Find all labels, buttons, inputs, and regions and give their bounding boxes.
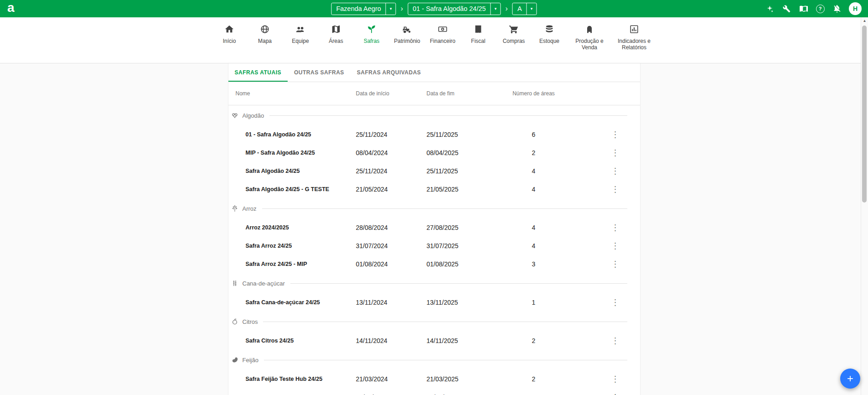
crop-group-name: Feijão [243, 357, 258, 364]
column-header-data-inicio: Data de início [356, 90, 427, 97]
tab-safras-arquivadas[interactable]: SAFRAS ARQUIVADAS [351, 63, 428, 82]
chevron-down-icon[interactable]: ▾ [491, 3, 501, 15]
harvest-areas-count: 4 [502, 186, 566, 193]
nav-item-mapa[interactable]: Mapa [248, 17, 282, 44]
harvest-areas-count: 4 [502, 224, 566, 231]
group-divider [263, 322, 627, 322]
row-menu-button[interactable]: ⋮ [608, 223, 623, 233]
bean-icon [231, 356, 238, 364]
nav-item-safras[interactable]: Safras [355, 17, 388, 44]
nav-item-compras[interactable]: Compras [497, 17, 531, 44]
nav-item-indicadores-relatorios[interactable]: Indicadores e Relatórios [613, 17, 656, 51]
harvest-end-date: 01/08/2025 [427, 260, 502, 268]
harvest-name[interactable]: Safra Arroz 24/25 [236, 243, 356, 249]
harvest-table-row[interactable]: Safra Algodão 24/2525/11/202425/11/20254… [228, 162, 640, 180]
harvest-name[interactable]: 01 - Safra Algodão 24/25 [236, 131, 356, 138]
harvest-name[interactable]: Safra Cana-de-açúcar 24/25 [236, 299, 356, 306]
nav-label: Safras [364, 38, 380, 44]
notifications-off-icon[interactable] [832, 4, 842, 14]
harvest-name[interactable]: Safra Arroz 24/25 - MIP [236, 261, 356, 267]
harvest-areas-count: 1 [502, 299, 566, 306]
map-icon [331, 24, 341, 34]
tab-outras-safras[interactable]: OUTRAS SAFRAS [288, 63, 351, 82]
nav-item-fiscal[interactable]: Fiscal [461, 17, 495, 44]
harvest-table-row[interactable]: Safra Cana-de-açúcar 24/2513/11/202413/1… [228, 293, 640, 312]
harvest-start-date: 13/11/2024 [356, 299, 427, 306]
scrollbar-up-arrow[interactable]: ▲ [861, 17, 868, 24]
stack-icon [544, 24, 554, 34]
nav-item-equipe[interactable]: Equipe [284, 17, 317, 44]
group-divider [262, 208, 627, 209]
harvest-areas-count: 2 [502, 337, 566, 344]
row-menu-button[interactable]: ⋮ [608, 392, 623, 395]
nav-label: Áreas [329, 38, 343, 44]
cotton-icon [231, 112, 238, 119]
harvest-start-date: 14/11/2024 [356, 337, 427, 344]
harvest-table-row[interactable]: Safra teste item unico12/12/202412/12/20… [228, 388, 640, 395]
tab-safras-atuais[interactable]: SAFRAS ATUAIS [228, 63, 288, 82]
harvest-table-row[interactable]: Safra Arroz 24/25 - MIP01/08/202401/08/2… [228, 255, 640, 273]
news-book-icon[interactable] [798, 4, 808, 14]
nav-label: Estoque [539, 38, 559, 44]
home-icon [224, 24, 234, 34]
row-menu-button[interactable]: ⋮ [608, 148, 623, 158]
harvest-table-row[interactable]: 01 - Safra Algodão 24/2525/11/202425/11/… [228, 125, 640, 144]
harvest-areas-count: 2 [502, 375, 566, 383]
nav-item-estoque[interactable]: Estoque [532, 17, 566, 44]
page-scrollbar[interactable]: ▲ [861, 17, 868, 395]
row-menu-button[interactable]: ⋮ [608, 241, 623, 251]
harvest-table-row[interactable]: Safra Feijão Teste Hub 24/2521/03/202421… [228, 370, 640, 388]
farm-selector[interactable]: Fazenda Aegro ▾ [331, 3, 396, 15]
harvest-areas-count: 2 [502, 149, 566, 156]
harvest-table-row[interactable]: MIP - Safra Algodão 24/2508/04/202408/04… [228, 144, 640, 162]
assistant-icon[interactable] [765, 4, 775, 14]
row-menu-button[interactable]: ⋮ [608, 297, 623, 307]
nav-item-inicio[interactable]: Início [212, 17, 246, 44]
harvest-name[interactable]: Arroz 2024/2025 [236, 224, 356, 231]
chevron-down-icon[interactable]: ▾ [527, 3, 537, 15]
harvest-name[interactable]: Safra Citros 24/25 [236, 338, 356, 344]
nav-item-producao-venda[interactable]: Produção e Venda [568, 17, 611, 51]
crop-group-header: Arroz [228, 198, 640, 218]
row-menu-button[interactable]: ⋮ [608, 130, 623, 140]
nav-item-financeiro[interactable]: Financeiro [426, 17, 460, 44]
aegro-logo-icon[interactable]: a [7, 1, 15, 14]
harvest-end-date: 31/07/2025 [427, 242, 502, 249]
citrus-icon [231, 318, 238, 325]
harvest-table-row[interactable]: Safra Arroz 24/2531/07/202431/07/20254⋮ [228, 237, 640, 255]
row-menu-button[interactable]: ⋮ [608, 184, 623, 194]
harvests-card: SAFRAS ATUAIS OUTRAS SAFRAS SAFRAS ARQUI… [228, 63, 641, 395]
row-menu-button[interactable]: ⋮ [608, 259, 623, 269]
harvest-name[interactable]: MIP - Safra Algodão 24/25 [236, 150, 356, 156]
breadcrumb-separator-icon: › [401, 5, 403, 13]
help-icon[interactable]: ? [815, 4, 825, 14]
harvest-name[interactable]: Safra Algodão 24/25 - G TESTE [236, 186, 356, 192]
harvest-table-row[interactable]: Safra Algodão 24/25 - G TESTE21/05/20242… [228, 180, 640, 198]
rice-icon [231, 205, 238, 212]
harvest-selector[interactable]: 01 - Safra Algodão 24/25 ▾ [408, 3, 501, 15]
nav-item-areas[interactable]: Áreas [319, 17, 353, 44]
nav-label: Financeiro [430, 38, 455, 44]
farm-selector-value: Fazenda Aegro [331, 3, 385, 15]
wrench-icon[interactable] [781, 4, 791, 14]
harvest-start-date: 21/05/2024 [356, 186, 427, 193]
unit-selector[interactable]: A ▾ [512, 3, 537, 15]
add-harvest-fab[interactable]: + [840, 369, 860, 389]
chevron-down-icon[interactable]: ▾ [386, 3, 396, 15]
row-menu-button[interactable]: ⋮ [608, 166, 623, 176]
row-menu-button[interactable]: ⋮ [608, 336, 623, 346]
harvest-areas-count: 3 [502, 260, 566, 268]
row-menu-button[interactable]: ⋮ [608, 374, 623, 384]
chart-icon [629, 24, 639, 34]
crop-group-name: Cana-de-açúcar [243, 280, 285, 287]
scrollbar-thumb[interactable] [862, 26, 867, 203]
harvest-end-date: 27/08/2025 [427, 224, 502, 231]
nav-item-patrimonio[interactable]: Patrimônio [390, 17, 424, 44]
receipt-icon [473, 24, 483, 34]
tractor-icon [402, 24, 412, 34]
harvest-table-row[interactable]: Arroz 2024/202528/08/202427/08/20254⋮ [228, 218, 640, 237]
harvest-name[interactable]: Safra Feijão Teste Hub 24/25 [236, 376, 356, 382]
harvest-table-row[interactable]: Safra Citros 24/2514/11/202414/11/20252⋮ [228, 332, 640, 350]
harvest-name[interactable]: Safra Algodão 24/25 [236, 168, 356, 174]
user-avatar[interactable]: H [849, 2, 862, 15]
